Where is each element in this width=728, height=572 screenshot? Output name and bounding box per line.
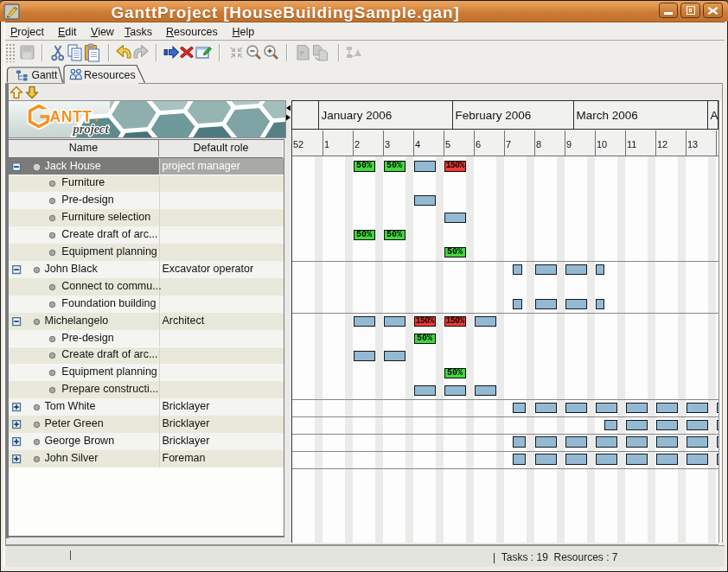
svg-text:Gantt: Gantt (32, 69, 58, 81)
svg-text:project: project (72, 122, 110, 136)
svg-text:P: P (300, 49, 305, 57)
svg-text:Resources: Resources (84, 69, 136, 81)
